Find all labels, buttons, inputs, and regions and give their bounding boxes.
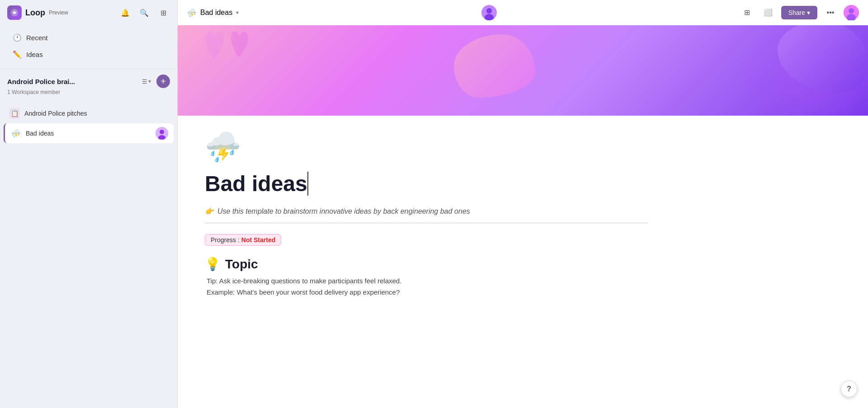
app-name: Loop: [25, 8, 45, 18]
doc-title-header-text: Bad ideas: [200, 9, 232, 17]
more-options-button[interactable]: •••: [823, 5, 838, 20]
sort-lines-icon: ☰: [142, 78, 147, 85]
sidebar-item-ideas[interactable]: ✏️ Ideas: [4, 47, 174, 62]
topic-icon: 💡: [205, 257, 221, 272]
svg-point-5: [486, 8, 492, 14]
progress-badge[interactable]: Progress : Not Started: [205, 234, 281, 246]
subtitle-icon: 👉: [205, 207, 214, 216]
sidebar-item-bad-ideas-label: Bad ideas: [26, 130, 54, 137]
chevron-down-icon: ▾: [148, 78, 151, 84]
sidebar-item-recent[interactable]: 🕐 Recent: [4, 30, 174, 46]
sidebar-item-pitches-label: Android Police pitches: [24, 110, 87, 117]
sidebar: Loop Preview 🔔 🔍 ⊞ 🕐 Recent ✏️ Ideas And…: [0, 0, 178, 408]
sidebar-item-ideas-label: Ideas: [26, 51, 43, 58]
avatar: [156, 127, 168, 140]
app-logo-icon: [7, 5, 22, 20]
doc-title-icon: ⛈️: [187, 8, 197, 18]
sidebar-item-android-police-pitches[interactable]: 📋 Android Police pitches: [4, 104, 174, 122]
title-chevron-icon: ▾: [236, 9, 239, 16]
help-label: ?: [847, 385, 851, 393]
ideas-icon: ✏️: [13, 50, 22, 59]
doc-subtitle: 👉 Use this template to brainstorm innova…: [205, 207, 648, 216]
share-chevron-icon: ▾: [807, 9, 810, 16]
hero-blob-2: [778, 25, 868, 93]
section-divider: [205, 223, 648, 223]
split-view-button[interactable]: ⬜: [760, 5, 776, 20]
grid-view-button[interactable]: ⊞: [740, 5, 755, 20]
subtitle-text: Use this template to brainstorm innovati…: [217, 207, 470, 216]
workspace-header: Android Police brai... ☰ ▾ +: [7, 75, 170, 88]
main-header: ⛈️ Bad ideas ▾ ⊞ ⬜ Share ▾ •••: [178, 0, 868, 25]
workspace-member-count: 1 Workspace member: [7, 89, 170, 95]
decorative-coral: [200, 30, 255, 66]
sidebar-top-icons: 🔔 🔍 ⊞: [118, 6, 170, 19]
svg-point-8: [849, 8, 854, 14]
sidebar-nav: 🕐 Recent ✏️ Ideas: [0, 25, 177, 67]
header-right: ⊞ ⬜ Share ▾ •••: [740, 5, 859, 20]
workspace-name: Android Police brai...: [7, 78, 75, 85]
sidebar-item-recent-label: Recent: [26, 34, 48, 42]
doc-title-area: Bad ideas: [205, 171, 648, 196]
doc-main-title: Bad ideas: [205, 172, 308, 196]
help-button[interactable]: ?: [841, 381, 857, 397]
hero-blob-1: [454, 34, 535, 98]
progress-status: Not Started: [241, 236, 275, 244]
recent-icon: 🕐: [13, 33, 22, 42]
pitches-item-icon: 📋: [9, 108, 20, 119]
doc-body: ⛈️ Bad ideas 👉 Use this template to brai…: [178, 116, 675, 310]
bad-ideas-item-icon: ⛈️: [10, 128, 21, 139]
doc-main-icon: ⛈️: [205, 130, 648, 164]
share-button[interactable]: Share ▾: [781, 6, 817, 19]
preview-badge: Preview: [49, 9, 68, 16]
workspace-controls: ☰ ▾ +: [139, 75, 170, 88]
header-center: [481, 5, 497, 20]
hero-banner: [178, 25, 868, 116]
sidebar-item-bad-ideas[interactable]: ⛈️ Bad ideas: [4, 123, 174, 143]
collaborator-avatar: [481, 5, 497, 20]
add-page-button[interactable]: +: [156, 75, 170, 88]
grid-icon[interactable]: ⊞: [156, 6, 170, 19]
topic-heading-text: Topic: [225, 257, 258, 272]
doc-title-header[interactable]: ⛈️ Bad ideas ▾: [187, 8, 239, 18]
example-text: Example: What's been your worst food del…: [205, 288, 648, 296]
share-label: Share: [788, 9, 805, 16]
tip-text: Tip: Ask ice-breaking questions to make …: [205, 277, 648, 285]
user-avatar[interactable]: [844, 5, 859, 20]
search-icon[interactable]: 🔍: [137, 6, 151, 19]
svg-point-2: [160, 130, 164, 134]
topic-heading: 💡 Topic: [205, 257, 648, 272]
progress-label: Progress :: [211, 236, 240, 244]
sort-button[interactable]: ☰ ▾: [139, 76, 154, 87]
logo-area: Loop Preview: [7, 5, 68, 20]
sidebar-items: 📋 Android Police pitches ⛈️ Bad ideas: [0, 103, 177, 146]
notification-icon[interactable]: 🔔: [118, 6, 132, 19]
main-content: ⛈️ Bad ideas ▾ ⊞ ⬜ Share ▾ •••: [178, 0, 868, 408]
sidebar-header: Loop Preview 🔔 🔍 ⊞: [0, 0, 177, 25]
workspace-section: Android Police brai... ☰ ▾ + 1 Workspace…: [0, 69, 177, 103]
